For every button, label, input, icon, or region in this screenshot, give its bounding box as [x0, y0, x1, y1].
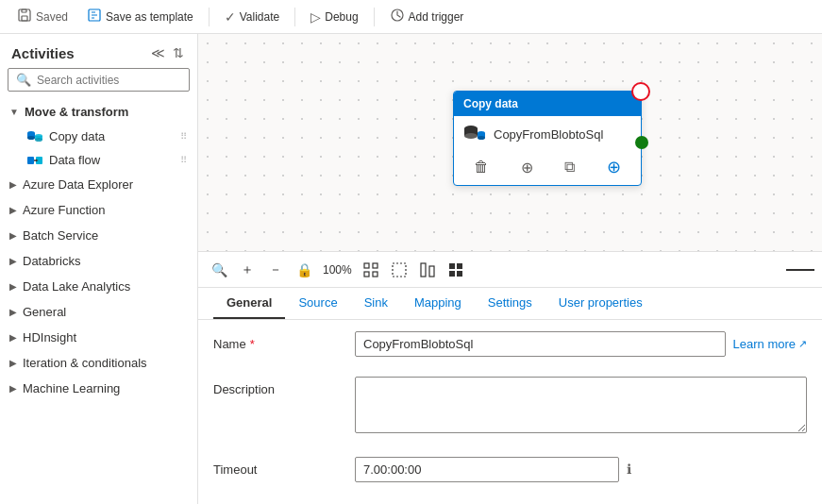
canvas-minus-button[interactable]: －	[262, 257, 289, 283]
canvas-toolbar: 🔍 ＋ － 🔒 100%	[198, 251, 822, 287]
save-icon	[17, 8, 32, 25]
section-arrow-down-icon: ▼	[9, 107, 19, 117]
category-label: Databricks	[23, 254, 80, 268]
svg-rect-28	[449, 271, 455, 277]
drag-handle-copy-data: ⠿	[180, 131, 188, 142]
sidebar: Activities ≪ ⇅ 🔍 ▼ Move & transform	[0, 34, 198, 504]
validate-icon: ✓	[225, 9, 236, 25]
data-flow-item-left: Data flow	[26, 153, 100, 167]
save-template-icon	[87, 8, 102, 25]
sidebar-item-data-lake-analytics[interactable]: ▶ Data Lake Analytics	[0, 274, 197, 299]
save-template-button[interactable]: Save as template	[79, 4, 201, 29]
category-label: Azure Function	[23, 203, 105, 217]
node-header-label: Copy data	[463, 97, 518, 110]
sidebar-item-hdinsight[interactable]: ▶ HDInsight	[0, 325, 197, 350]
copy-data-label: Copy data	[49, 129, 105, 143]
node-success-dot	[635, 136, 648, 149]
category-label: Data Lake Analytics	[23, 279, 130, 294]
save-template-label: Save as template	[106, 10, 193, 24]
sidebar-item-azure-function[interactable]: ▶ Azure Function	[0, 197, 197, 223]
canvas-arrange-button[interactable]	[414, 257, 441, 283]
category-arrow-icon: ▶	[9, 179, 17, 190]
canvas[interactable]: Copy data	[198, 34, 822, 251]
properties-content: Name * Learn more ↗ Description	[198, 320, 822, 504]
info-node-icon[interactable]: ⊕	[521, 159, 533, 176]
validate-label: Validate	[240, 10, 279, 24]
description-input[interactable]	[355, 377, 807, 433]
sidebar-item-general[interactable]: ▶ General	[0, 299, 197, 325]
collapse-icon[interactable]: ≪	[149, 43, 167, 62]
add-trigger-button[interactable]: Add trigger	[382, 4, 472, 29]
separator-1	[209, 8, 210, 26]
description-label: Description	[213, 377, 345, 396]
timeout-label: Timeout	[213, 457, 345, 477]
category-arrow-icon: ▶	[9, 358, 17, 368]
canvas-layout-button[interactable]	[443, 257, 469, 283]
copy-data-icon	[26, 130, 43, 143]
svg-rect-27	[457, 263, 462, 269]
node-name-label: CopyFromBlobtoSql	[494, 127, 603, 142]
activity-node[interactable]: Copy data	[453, 91, 642, 186]
category-arrow-icon: ▶	[9, 230, 17, 241]
sidebar-item-azure-data-explorer[interactable]: ▶ Azure Data Explorer	[0, 172, 197, 197]
sort-icon[interactable]: ⇅	[171, 43, 186, 62]
node-error-dot	[631, 82, 650, 101]
canvas-search-button[interactable]: 🔍	[206, 257, 232, 283]
zoom-label: 100%	[319, 263, 356, 277]
debug-button[interactable]: ▷ Debug	[303, 6, 365, 28]
svg-rect-26	[449, 263, 455, 269]
svg-rect-1	[22, 9, 26, 12]
add-trigger-label: Add trigger	[409, 10, 464, 24]
saved-indicator: Saved	[9, 4, 75, 29]
name-input[interactable]	[355, 331, 726, 357]
validate-button[interactable]: ✓ Validate	[217, 6, 287, 28]
learn-more-link[interactable]: Learn more ↗	[733, 331, 807, 351]
svg-rect-0	[22, 16, 27, 21]
canvas-select-button[interactable]	[386, 257, 412, 283]
timeout-field-row: ℹ	[355, 457, 807, 482]
tab-source[interactable]: Source	[285, 288, 350, 319]
toolbar: Saved Save as template ✓ Validate ▷ Debu…	[0, 0, 822, 34]
delete-node-icon[interactable]: 🗑	[474, 159, 489, 176]
sidebar-section: ▼ Move & transform	[0, 99, 197, 504]
timeout-info-icon[interactable]: ℹ	[627, 462, 631, 477]
saved-label: Saved	[36, 10, 68, 24]
tab-mapping[interactable]: Mapping	[401, 288, 475, 319]
sidebar-item-machine-learning[interactable]: ▶ Machine Learning	[0, 376, 197, 401]
data-flow-icon	[26, 154, 43, 167]
canvas-fit-button[interactable]	[358, 257, 384, 283]
connect-node-icon[interactable]: ⊕	[607, 157, 621, 177]
debug-icon: ▷	[310, 9, 321, 25]
move-transform-section[interactable]: ▼ Move & transform	[0, 99, 197, 125]
copy-node-icon[interactable]: ⧉	[564, 159, 575, 176]
category-arrow-icon: ▶	[9, 256, 17, 266]
tab-general[interactable]: General	[213, 288, 285, 319]
timeout-input[interactable]	[355, 457, 619, 482]
category-label: Machine Learning	[23, 381, 120, 395]
tab-sink[interactable]: Sink	[351, 288, 401, 319]
activity-node-header: Copy data	[454, 92, 641, 116]
data-flow-item[interactable]: Data flow ⠿	[0, 148, 197, 172]
properties-panel: General Source Sink Mapping Settings Use…	[198, 287, 822, 504]
canvas-lock-button[interactable]: 🔒	[291, 257, 317, 283]
tab-settings[interactable]: Settings	[475, 288, 545, 319]
main-content: Activities ≪ ⇅ 🔍 ▼ Move & transform	[0, 34, 822, 504]
search-input[interactable]	[37, 74, 181, 87]
canvas-add-button[interactable]: ＋	[234, 257, 260, 283]
category-label: Azure Data Explorer	[23, 177, 133, 192]
copy-data-item-left: Copy data	[26, 129, 105, 143]
sidebar-item-databricks[interactable]: ▶ Databricks	[0, 248, 197, 274]
external-link-icon: ↗	[798, 338, 807, 350]
name-field-row: Learn more ↗	[355, 331, 807, 357]
sidebar-item-batch-service[interactable]: ▶ Batch Service	[0, 223, 197, 248]
category-label: HDInsight	[23, 330, 76, 344]
copy-data-item[interactable]: Copy data ⠿	[0, 125, 197, 148]
svg-rect-19	[364, 263, 369, 268]
svg-rect-29	[457, 271, 462, 277]
svg-rect-25	[429, 266, 434, 277]
search-icon: 🔍	[16, 73, 31, 87]
separator-3	[374, 8, 375, 26]
sidebar-item-iteration-conditionals[interactable]: ▶ Iteration & conditionals	[0, 350, 197, 376]
tab-user-properties[interactable]: User properties	[545, 288, 656, 319]
right-panel: Copy data	[198, 34, 822, 504]
